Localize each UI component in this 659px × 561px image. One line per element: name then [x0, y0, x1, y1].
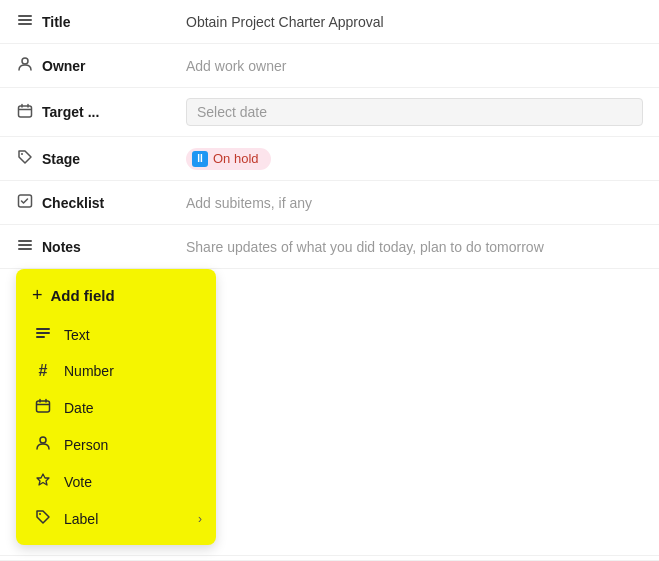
number-item-label: Number	[64, 363, 114, 379]
dropdown-item-vote[interactable]: Vote	[16, 463, 216, 500]
owner-label: Owner	[16, 56, 186, 75]
stage-field-label: Stage	[42, 151, 80, 167]
svg-rect-10	[36, 328, 50, 330]
svg-point-3	[22, 58, 28, 64]
add-field-header[interactable]: + Add field	[16, 277, 216, 316]
svg-point-15	[39, 513, 41, 515]
target-row: Target ... Select date	[0, 88, 659, 137]
related-section: related content...	[0, 555, 659, 561]
notes-row: Notes Share updates of what you did toda…	[0, 225, 659, 269]
text-lines-icon	[34, 325, 52, 344]
target-label: Target ...	[16, 103, 186, 122]
stage-label: Stage	[16, 149, 186, 168]
checklist-field-label: Checklist	[42, 195, 104, 211]
svg-rect-12	[36, 336, 45, 338]
checklist-label: Checklist	[16, 193, 186, 212]
add-field-label: Add field	[51, 287, 115, 304]
owner-row: Owner Add work owner	[0, 44, 659, 88]
stage-badge-text: On hold	[213, 151, 259, 166]
title-row: Title Obtain Project Charter Approval	[0, 0, 659, 44]
date-item-label: Date	[64, 400, 94, 416]
svg-rect-9	[18, 248, 32, 250]
title-label: Title	[16, 12, 186, 31]
dropdown-item-text[interactable]: Text	[16, 316, 216, 353]
checklist-row: Checklist Add subitems, if any	[0, 181, 659, 225]
lines-icon	[16, 12, 34, 31]
notes-value[interactable]: Share updates of what you did today, pla…	[186, 239, 643, 255]
stage-badge[interactable]: II On hold	[186, 148, 271, 170]
person-item-label: Person	[64, 437, 108, 453]
tag-icon	[16, 149, 34, 168]
target-date-input[interactable]: Select date	[186, 98, 643, 126]
dropdown-item-number[interactable]: # Number	[16, 353, 216, 389]
svg-rect-1	[18, 19, 32, 21]
calendar-icon	[16, 103, 34, 122]
title-value[interactable]: Obtain Project Charter Approval	[186, 14, 643, 30]
owner-field-label: Owner	[42, 58, 86, 74]
svg-rect-2	[18, 23, 32, 25]
svg-rect-13	[37, 401, 50, 412]
checklist-icon	[16, 193, 34, 212]
dropdown-person-icon	[34, 435, 52, 454]
notes-label: Notes	[16, 237, 186, 256]
dropdown-item-date[interactable]: Date	[16, 389, 216, 426]
label-item-label: Label	[64, 511, 98, 527]
dropdown-item-person[interactable]: Person	[16, 426, 216, 463]
dropdown-item-label[interactable]: Label ›	[16, 500, 216, 537]
plus-icon: +	[32, 285, 43, 306]
add-field-dropdown: + Add field Text # Number	[16, 269, 216, 545]
stage-badge-icon: II	[192, 151, 208, 167]
svg-point-14	[40, 437, 46, 443]
vote-icon	[34, 472, 52, 491]
checklist-value[interactable]: Add subitems, if any	[186, 195, 643, 211]
svg-rect-8	[18, 244, 32, 246]
svg-rect-4	[19, 106, 32, 117]
label-tag-icon	[34, 509, 52, 528]
target-field-label: Target ...	[42, 104, 99, 120]
stage-row: Stage II On hold	[0, 137, 659, 181]
add-field-section: + Add field Text # Number	[0, 269, 659, 285]
date-calendar-icon	[34, 398, 52, 417]
label-submenu-chevron: ›	[198, 512, 202, 526]
notes-field-label: Notes	[42, 239, 81, 255]
svg-rect-11	[36, 332, 50, 334]
hash-icon: #	[34, 362, 52, 380]
svg-rect-7	[18, 240, 32, 242]
owner-value[interactable]: Add work owner	[186, 58, 643, 74]
vote-item-label: Vote	[64, 474, 92, 490]
svg-rect-0	[18, 15, 32, 17]
person-icon	[16, 56, 34, 75]
title-field-label: Title	[42, 14, 71, 30]
text-item-label: Text	[64, 327, 90, 343]
notes-lines-icon	[16, 237, 34, 256]
svg-point-5	[21, 153, 23, 155]
stage-badge-container[interactable]: II On hold	[186, 148, 643, 170]
